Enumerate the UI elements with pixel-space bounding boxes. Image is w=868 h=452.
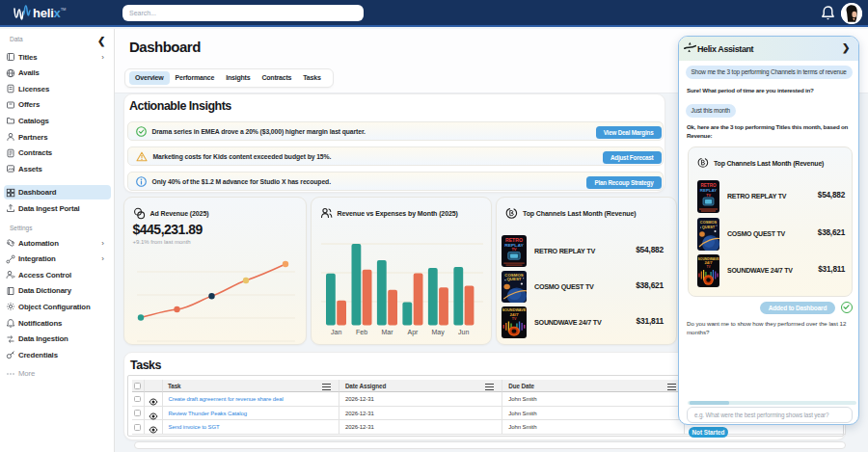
svg-text:Mar: Mar <box>381 329 393 335</box>
svg-text:Jan: Jan <box>331 329 341 335</box>
svg-text:TV: TV <box>512 317 517 321</box>
svg-text:Feb: Feb <box>356 329 367 335</box>
svg-text:QUEST: QUEST <box>506 278 522 282</box>
svg-text:REPLAY: REPLAY <box>700 188 717 193</box>
svg-text:Jun: Jun <box>458 329 469 335</box>
svg-text:May: May <box>431 329 445 336</box>
svg-text:Apr: Apr <box>407 329 419 336</box>
svg-text:QUEST: QUEST <box>702 225 716 229</box>
svg-text:REPLAY: REPLAY <box>504 243 525 248</box>
svg-text:TV: TV <box>511 248 517 252</box>
svg-text:TV: TV <box>706 194 711 198</box>
